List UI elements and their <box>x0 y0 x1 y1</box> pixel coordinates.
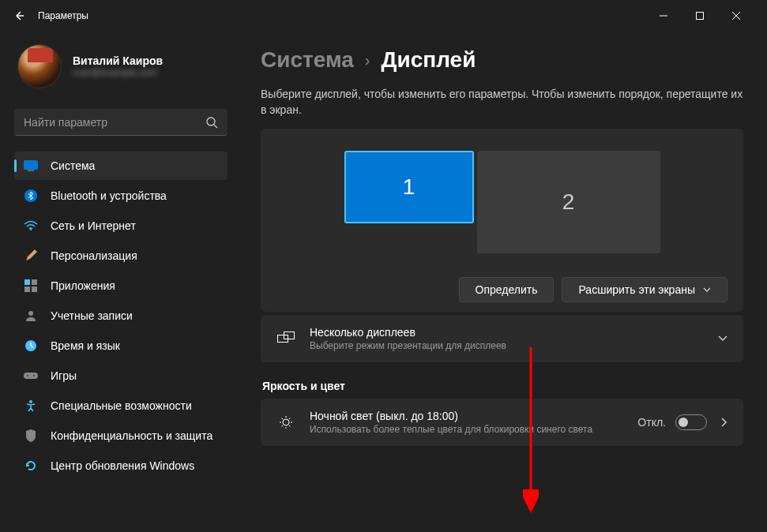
svg-rect-9 <box>32 287 37 292</box>
sidebar: Виталий Каиров user@example.com Система … <box>0 32 237 532</box>
nav-label: Центр обновления Windows <box>51 459 194 472</box>
system-icon <box>24 159 38 173</box>
accounts-icon <box>24 309 38 323</box>
night-light-desc: Использовать более теплые цвета для блок… <box>310 424 623 435</box>
main-content: Система › Дисплей Выберите дисплей, чтоб… <box>237 32 767 532</box>
nav-personalization[interactable]: Персонализация <box>14 242 227 270</box>
nav-time[interactable]: Время и язык <box>14 332 227 360</box>
display-arrange-panel: 1 2 Определить Расширить эти экраны <box>261 129 743 312</box>
nav-system[interactable]: Система <box>14 152 227 180</box>
svg-point-10 <box>28 311 33 316</box>
close-button[interactable] <box>718 3 754 28</box>
brush-icon <box>24 249 38 263</box>
svg-rect-3 <box>28 170 34 171</box>
update-icon <box>24 459 38 473</box>
toggle-state-label: Откл. <box>637 416 666 429</box>
nav-label: Специальные возможности <box>51 399 192 412</box>
chevron-right-icon[interactable] <box>721 418 728 427</box>
apps-icon <box>24 279 38 293</box>
wifi-icon <box>24 219 38 233</box>
nav-label: Сеть и Интернет <box>51 219 136 232</box>
chevron-right-icon: › <box>365 51 370 69</box>
multiple-displays-row[interactable]: Несколько дисплеев Выберите режим презен… <box>261 315 743 362</box>
help-text: Выберите дисплей, чтобы изменить его пар… <box>261 87 743 118</box>
user-name: Виталий Каиров <box>73 54 163 67</box>
maximize-button[interactable] <box>682 3 718 28</box>
night-light-title: Ночной свет (выкл. до 18:00) <box>310 410 623 422</box>
nav-accessibility[interactable]: Специальные возможности <box>14 392 227 420</box>
nav-label: Время и язык <box>51 339 120 352</box>
monitor-2[interactable]: 2 <box>477 151 660 253</box>
multi-display-desc: Выберите режим презентации для дисплеев <box>310 340 704 351</box>
window-title: Параметры <box>38 10 645 21</box>
user-block[interactable]: Виталий Каиров user@example.com <box>14 39 227 93</box>
nav-label: Bluetooth и устройства <box>51 189 167 202</box>
extend-label: Расширить эти экраны <box>578 283 695 296</box>
nav-gaming[interactable]: Игры <box>14 362 227 390</box>
svg-rect-7 <box>32 279 37 285</box>
extend-dropdown[interactable]: Расширить эти экраны <box>562 277 728 302</box>
nav-bluetooth[interactable]: Bluetooth и устройства <box>14 182 227 210</box>
multi-display-icon <box>276 329 295 348</box>
back-button[interactable] <box>13 9 25 22</box>
identify-button[interactable]: Определить <box>459 277 555 302</box>
nav-apps[interactable]: Приложения <box>14 272 227 300</box>
accessibility-icon <box>24 399 38 413</box>
svg-point-5 <box>30 229 32 230</box>
brightness-section-header: Яркость и цвет <box>262 380 743 392</box>
search-box[interactable] <box>14 109 227 136</box>
bluetooth-icon <box>24 189 38 203</box>
nav-label: Игры <box>51 369 77 382</box>
nav-label: Персонализация <box>51 249 137 262</box>
avatar <box>17 44 62 88</box>
shield-icon <box>24 429 38 443</box>
nav-network[interactable]: Сеть и Интернет <box>14 212 227 240</box>
nav-label: Конфиденциальность и защита <box>51 429 212 442</box>
multi-display-title: Несколько дисплеев <box>310 326 704 339</box>
brightness-icon <box>276 413 295 432</box>
clock-icon <box>24 339 38 353</box>
nav-update[interactable]: Центр обновления Windows <box>14 451 227 480</box>
minimize-button[interactable] <box>645 3 682 28</box>
nav-label: Система <box>51 159 95 172</box>
chevron-down-icon <box>718 335 728 342</box>
svg-rect-8 <box>24 287 30 292</box>
breadcrumb-current: Дисплей <box>382 47 476 73</box>
nav-label: Учетные записи <box>51 309 133 322</box>
monitor-layout[interactable]: 1 2 <box>276 151 728 253</box>
titlebar: Параметры <box>0 0 767 32</box>
svg-rect-0 <box>697 13 704 20</box>
nav-list: Система Bluetooth и устройства Сеть и Ин… <box>14 152 227 480</box>
svg-rect-6 <box>24 279 30 285</box>
svg-rect-12 <box>24 373 38 379</box>
breadcrumb-parent[interactable]: Система <box>261 47 354 73</box>
night-light-toggle[interactable] <box>675 414 707 430</box>
chevron-down-icon <box>703 287 711 292</box>
svg-point-15 <box>29 400 32 403</box>
nav-privacy[interactable]: Конфиденциальность и защита <box>14 421 227 450</box>
monitor-1[interactable]: 1 <box>344 151 474 223</box>
svg-rect-2 <box>24 161 38 170</box>
svg-point-19 <box>283 419 289 425</box>
breadcrumb: Система › Дисплей <box>261 47 743 73</box>
gaming-icon <box>24 369 38 383</box>
nav-label: Приложения <box>51 279 115 292</box>
search-icon <box>205 116 218 129</box>
svg-point-14 <box>33 375 35 377</box>
search-input[interactable] <box>24 116 205 129</box>
user-email: user@example.com <box>73 67 163 78</box>
night-light-row[interactable]: Ночной свет (выкл. до 18:00) Использоват… <box>261 399 743 446</box>
nav-accounts[interactable]: Учетные записи <box>14 302 227 330</box>
svg-point-1 <box>207 118 215 126</box>
svg-point-13 <box>27 375 28 377</box>
